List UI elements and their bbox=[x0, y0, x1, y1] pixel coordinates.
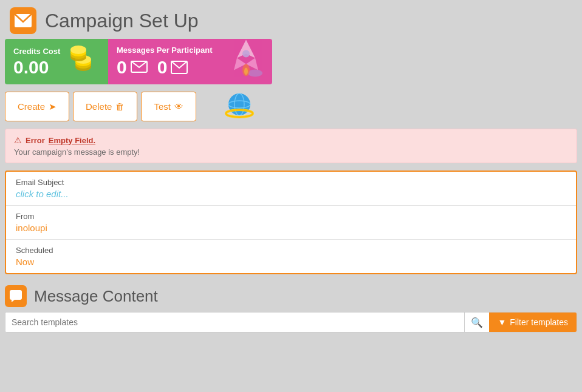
svg-point-17 bbox=[244, 67, 248, 75]
message-section-header: Message Content bbox=[0, 282, 582, 312]
sms-stat: 0 bbox=[117, 57, 148, 78]
scheduled-value[interactable]: Now bbox=[16, 257, 566, 267]
filter-icon: ▼ bbox=[498, 317, 506, 327]
mail-icon bbox=[15, 12, 32, 29]
chat-icon bbox=[9, 289, 22, 303]
campaign-form: Email Subject click to edit... From inol… bbox=[5, 171, 577, 274]
template-search-row: 🔍 ▼ Filter templates bbox=[5, 312, 577, 333]
error-title: ⚠ Error Empty Field. bbox=[14, 135, 568, 145]
coins-svg bbox=[66, 45, 94, 73]
svg-rect-23 bbox=[10, 290, 22, 300]
sms-count: 0 bbox=[117, 57, 127, 78]
email-subject-value[interactable]: click to edit... bbox=[16, 189, 566, 199]
email-stat: 0 bbox=[157, 57, 188, 78]
credits-cost-card: Credits Cost 0.00 bbox=[5, 39, 108, 84]
message-icon-box bbox=[5, 285, 27, 307]
toolbar: Create ➤ Delete 🗑 Test 👁 bbox=[0, 92, 582, 129]
email-subject-label: Email Subject bbox=[16, 178, 566, 187]
from-value[interactable]: inoloupi bbox=[16, 223, 566, 233]
page-header: Campaign Set Up bbox=[0, 0, 582, 39]
scheduled-label: Scheduled bbox=[16, 246, 566, 255]
messages-label: Messages Per Participant bbox=[117, 46, 213, 55]
filter-templates-button[interactable]: ▼ Filter templates bbox=[489, 313, 577, 332]
test-button[interactable]: Test 👁 bbox=[141, 92, 196, 121]
page-title: Campaign Set Up bbox=[45, 10, 199, 32]
email-icon bbox=[171, 61, 188, 74]
email-subject-row[interactable]: Email Subject click to edit... bbox=[6, 172, 576, 206]
search-icon: 🔍 bbox=[471, 317, 483, 328]
create-label: Create bbox=[18, 101, 45, 112]
rocket-svg bbox=[225, 39, 267, 79]
error-description: Your campaign's message is empty! bbox=[14, 147, 568, 157]
messages-per-participant-card: Messages Per Participant 0 0 bbox=[108, 39, 272, 84]
search-input[interactable] bbox=[5, 313, 464, 332]
scheduled-row[interactable]: Scheduled Now bbox=[6, 240, 576, 273]
credits-label: Credits Cost bbox=[13, 47, 60, 56]
rocket-icon bbox=[225, 39, 267, 84]
pink-stat-items: 0 0 bbox=[117, 57, 213, 78]
globe-decoration bbox=[224, 89, 255, 121]
app-icon-box bbox=[10, 7, 36, 34]
sms-icon bbox=[131, 61, 148, 74]
svg-marker-24 bbox=[12, 300, 15, 302]
create-button[interactable]: Create ➤ bbox=[5, 92, 69, 121]
credits-value: 0.00 bbox=[13, 58, 60, 76]
error-field-label: Empty Field. bbox=[49, 136, 95, 145]
svg-point-15 bbox=[242, 50, 250, 57]
delete-label: Delete bbox=[86, 101, 112, 112]
error-keyword: Error bbox=[26, 136, 45, 145]
email-count: 0 bbox=[157, 57, 168, 78]
stats-row: Credits Cost 0.00 Messages Per Participa… bbox=[0, 39, 582, 92]
svg-point-18 bbox=[228, 93, 250, 115]
from-row[interactable]: From inoloupi bbox=[6, 206, 576, 240]
message-section-title: Message Content bbox=[34, 287, 158, 306]
search-button[interactable]: 🔍 bbox=[464, 313, 489, 332]
globe-icon bbox=[224, 89, 255, 120]
eye-icon: 👁 bbox=[174, 101, 183, 112]
test-label: Test bbox=[154, 101, 171, 112]
from-label: From bbox=[16, 212, 566, 221]
svg-point-8 bbox=[70, 46, 86, 54]
delete-button[interactable]: Delete 🗑 bbox=[73, 92, 137, 121]
trash-icon: 🗑 bbox=[115, 101, 125, 112]
coins-icon bbox=[66, 45, 94, 78]
error-box: ⚠ Error Empty Field. Your campaign's mes… bbox=[5, 129, 577, 163]
filter-label: Filter templates bbox=[510, 317, 568, 327]
send-icon: ➤ bbox=[49, 101, 56, 112]
warning-icon: ⚠ bbox=[14, 135, 22, 145]
svg-point-11 bbox=[248, 69, 262, 76]
